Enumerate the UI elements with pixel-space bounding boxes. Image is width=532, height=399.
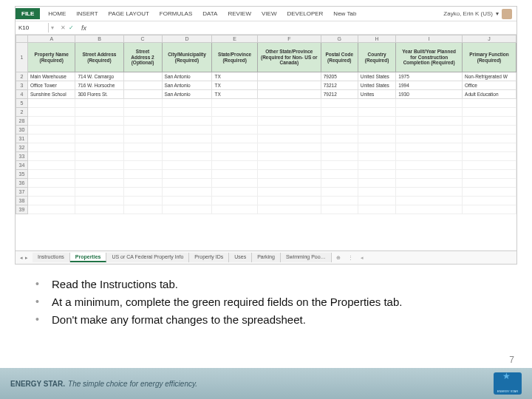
row-header[interactable]: 34: [16, 161, 28, 170]
cell[interactable]: [257, 72, 321, 81]
cell[interactable]: [212, 197, 257, 205]
cell[interactable]: [162, 197, 212, 205]
row-header[interactable]: 37: [16, 188, 28, 197]
cell[interactable]: [28, 170, 75, 179]
cell[interactable]: [358, 179, 395, 188]
add-sheet-icon[interactable]: ⊕: [332, 253, 345, 262]
row-header[interactable]: 3: [16, 81, 28, 90]
cell[interactable]: [212, 188, 257, 197]
cell[interactable]: [257, 197, 321, 205]
cell[interactable]: [123, 152, 162, 161]
cell[interactable]: [212, 170, 257, 179]
cell[interactable]: [396, 170, 463, 179]
cell[interactable]: [162, 170, 212, 179]
cell[interactable]: [28, 117, 75, 126]
cell[interactable]: [463, 126, 516, 134]
cell[interactable]: [358, 143, 395, 152]
col-header[interactable]: C: [123, 35, 162, 43]
column-header-cell[interactable]: City/Municipality (Required): [162, 43, 212, 72]
ribbon-tab-formulas[interactable]: FORMULAS: [154, 8, 197, 19]
cell[interactable]: [396, 117, 463, 126]
cell[interactable]: [358, 108, 395, 117]
select-all[interactable]: [16, 35, 28, 43]
tab-prev-icon[interactable]: ◂: [20, 255, 23, 261]
col-header[interactable]: D: [162, 35, 212, 43]
cell[interactable]: [463, 170, 516, 179]
cell[interactable]: [28, 108, 75, 117]
ribbon-tab-insert[interactable]: INSERT: [71, 8, 103, 19]
column-header-cell[interactable]: Street Address (Required): [75, 43, 123, 72]
cell[interactable]: Adult Education: [463, 90, 516, 99]
cell[interactable]: 1975: [396, 72, 463, 81]
cell[interactable]: [396, 99, 463, 108]
cell[interactable]: [162, 117, 212, 126]
cell[interactable]: [212, 143, 257, 152]
row-header[interactable]: 33: [16, 152, 28, 161]
cell[interactable]: [212, 161, 257, 170]
cell[interactable]: [123, 99, 162, 108]
cell[interactable]: [28, 179, 75, 188]
cell[interactable]: [75, 117, 123, 126]
column-header-cell[interactable]: Property Name (Required): [28, 43, 75, 72]
sheet-tab-uses[interactable]: Uses: [229, 253, 252, 262]
ribbon-tab-data[interactable]: DATA: [197, 8, 222, 19]
cell[interactable]: [463, 108, 516, 117]
cell[interactable]: Office Tower: [28, 81, 75, 90]
col-header[interactable]: B: [75, 35, 123, 43]
row-header[interactable]: 31: [16, 134, 28, 143]
name-box[interactable]: K10: [16, 23, 49, 33]
ribbon-tab-new-tab[interactable]: New Tab: [328, 8, 361, 19]
cell[interactable]: [321, 179, 358, 188]
cell[interactable]: [162, 143, 212, 152]
row-header[interactable]: 28: [16, 117, 28, 126]
cell[interactable]: [123, 161, 162, 170]
cell[interactable]: [75, 99, 123, 108]
fx-label[interactable]: fx: [78, 24, 86, 32]
row-header[interactable]: 30: [16, 126, 28, 134]
cell[interactable]: Non-Refrigerated W: [463, 72, 516, 81]
cell[interactable]: [162, 134, 212, 143]
sheet-tab-property-ids[interactable]: Property IDs: [189, 253, 229, 262]
row-header[interactable]: 38: [16, 197, 28, 205]
cell[interactable]: [212, 126, 257, 134]
cell[interactable]: [212, 99, 257, 108]
cell[interactable]: 1994: [396, 81, 463, 90]
col-header[interactable]: A: [28, 35, 75, 43]
cell[interactable]: [123, 72, 162, 81]
cell[interactable]: [28, 188, 75, 197]
col-header[interactable]: I: [396, 35, 463, 43]
row-header[interactable]: 35: [16, 170, 28, 179]
column-header-cell[interactable]: Other State/Province (Required for Non- …: [257, 43, 321, 72]
cell[interactable]: 300 Flores St.: [75, 90, 123, 99]
cell[interactable]: [123, 134, 162, 143]
cell[interactable]: [257, 108, 321, 117]
cell[interactable]: [75, 205, 123, 214]
cell[interactable]: [257, 126, 321, 134]
cell[interactable]: 714 W. Camargo: [75, 72, 123, 81]
cell[interactable]: [463, 188, 516, 197]
cell[interactable]: 79212: [321, 90, 358, 99]
col-header[interactable]: G: [321, 35, 358, 43]
cell[interactable]: 73212: [321, 81, 358, 90]
cell[interactable]: [463, 152, 516, 161]
sheet-tab-us-or-ca-federal-property-info[interactable]: US or CA Federal Property Info: [106, 253, 189, 262]
cell[interactable]: [162, 126, 212, 134]
sheet-tab-swimming-poo-[interactable]: Swimming Poo…: [281, 253, 332, 262]
cell[interactable]: 79205: [321, 72, 358, 81]
row-header[interactable]: 32: [16, 143, 28, 152]
cell[interactable]: [358, 197, 395, 205]
cell[interactable]: [396, 161, 463, 170]
cell[interactable]: [358, 126, 395, 134]
cell[interactable]: [162, 152, 212, 161]
sheet-tab-parking[interactable]: Parking: [252, 253, 281, 262]
cell[interactable]: [75, 161, 123, 170]
cell[interactable]: Main Warehouse: [28, 72, 75, 81]
cell[interactable]: [321, 170, 358, 179]
user-area[interactable]: Zayko, Erin K (US)▾: [443, 9, 516, 19]
cell[interactable]: [28, 197, 75, 205]
cell[interactable]: [212, 205, 257, 214]
cell[interactable]: TX: [212, 72, 257, 81]
cell[interactable]: [28, 152, 75, 161]
cell[interactable]: [28, 161, 75, 170]
cell[interactable]: [257, 143, 321, 152]
